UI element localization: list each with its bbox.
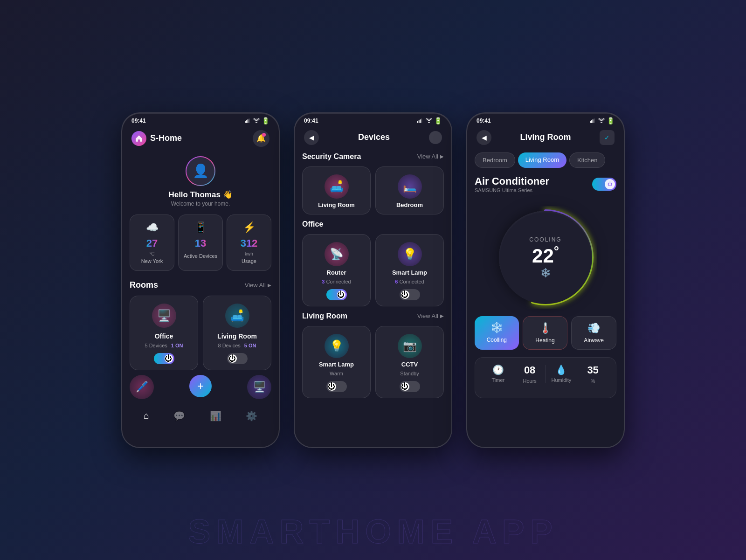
status-bar-1: 09:41 🔋 [122, 113, 279, 126]
device-cctv[interactable]: 📷 CCTV Standby ⏻ [375, 326, 444, 398]
usage-unit: kwh [245, 251, 253, 256]
view-all-living[interactable]: View All [417, 312, 444, 319]
app-logo-icon [131, 131, 146, 146]
dots-menu-2[interactable] [429, 131, 442, 144]
profile-section: 👤 Hello Thomas 👋 Welcome to your home. [122, 152, 279, 214]
living-room-info: 8 Devices 5 ON [218, 343, 256, 348]
time-3: 09:41 [477, 118, 491, 124]
status-icons-1: 🔋 [245, 117, 269, 124]
router-toggle[interactable]: ⏻ [326, 289, 347, 300]
office-toggle[interactable]: ⏻ [154, 353, 174, 364]
battery-icon: 🔋 [262, 117, 269, 124]
cooling-mode-button[interactable]: ❄️ Coolling [475, 316, 519, 350]
devices-page-title: Devices [358, 132, 390, 142]
ac-power-toggle[interactable]: ⏻ [592, 178, 616, 191]
phone-2: 09:41 🔋 ◀ Devices Security Camera View A… [294, 112, 452, 448]
cctv-name: CCTV [401, 361, 418, 368]
living-room-icon: 🛋️ [225, 304, 249, 328]
bottom-nav: ⌂ 💬 📊 ⚙️ [122, 405, 279, 431]
extra-icon-2[interactable]: 🖥️ [247, 375, 271, 399]
p3-header: ◀ Living Room ✓ [467, 126, 624, 152]
svg-rect-7 [421, 118, 422, 123]
nav-stats[interactable]: 📊 [210, 410, 221, 422]
humidity-item: 💧 Humidity [546, 358, 577, 390]
ac-toggle-knob: ⏻ [605, 179, 615, 189]
view-all-security[interactable]: View All [417, 153, 444, 160]
nav-home[interactable]: ⌂ [144, 410, 149, 421]
mode-buttons: ❄️ Coolling 🌡️ Heating 💨 Airwave [467, 316, 624, 357]
app-name: S-Home [150, 133, 182, 143]
wifi-icon [253, 118, 260, 123]
room-office[interactable]: 🖥️ Office 5 Devices 1 ON ⏻ [130, 296, 198, 370]
view-all-rooms[interactable]: View All [245, 282, 271, 289]
cctv-toggle-knob: ⏻ [401, 382, 409, 391]
office-section-header: Office [302, 220, 444, 228]
signal-icon-2 [417, 118, 424, 123]
battery-icon-2: 🔋 [434, 117, 442, 124]
router-toggle-knob: ⏻ [337, 290, 345, 299]
back-button-3[interactable]: ◀ [477, 130, 491, 145]
living-toggle[interactable]: ⏻ [227, 353, 248, 364]
cctv-toggle[interactable]: ⏻ [400, 381, 420, 392]
office-name: Office [155, 332, 173, 340]
living-toggle-knob: ⏻ [228, 354, 237, 363]
svg-rect-6 [420, 119, 421, 123]
status-bar-2: 09:41 🔋 [295, 113, 451, 126]
check-button[interactable]: ✓ [600, 130, 615, 145]
bedroom-camera-icon: 🛏️ [398, 174, 422, 199]
cooling-label-btn: Coolling [487, 337, 507, 343]
device-bedroom-camera[interactable]: 🛏️ Bedroom [375, 166, 444, 214]
svg-rect-9 [591, 120, 592, 123]
heating-mode-button[interactable]: 🌡️ Heating [523, 316, 568, 350]
device-smart-lamp-living[interactable]: 💡 Smart Lamp Warm ⏻ [302, 326, 371, 398]
messages-nav-icon: 💬 [173, 410, 185, 422]
tab-bedroom[interactable]: Bedroom [475, 152, 515, 168]
svg-rect-5 [419, 120, 420, 123]
wifi-icon-3 [598, 118, 605, 123]
hours-value: 08 [524, 364, 535, 376]
usage-value: 312 [241, 237, 258, 249]
smart-lamp-office-toggle-knob: ⏻ [401, 290, 409, 299]
phone-1: 09:41 🔋 S-Home 🔔 👤 [121, 112, 280, 448]
nav-settings[interactable]: ⚙️ [246, 410, 257, 422]
office-devices: 5 Devices [145, 343, 167, 348]
energy-icon: ⚡ [243, 221, 256, 234]
ac-title: Air Conditioner [475, 175, 549, 187]
room-living[interactable]: 🛋️ Living Room 8 Devices 5 ON ⏻ [203, 296, 271, 370]
cctv-icon: 📷 [398, 334, 422, 358]
smart-lamp-office-icon: 💡 [398, 242, 422, 266]
ac-header: Air Conditioner SAMSUNG Ultima Series ⏻ [475, 175, 616, 193]
nav-messages[interactable]: 💬 [173, 410, 185, 422]
back-button-2[interactable]: ◀ [304, 130, 319, 145]
svg-rect-0 [245, 121, 246, 123]
smart-lamp-office-toggle[interactable]: ⏻ [400, 289, 420, 300]
svg-rect-2 [248, 119, 249, 123]
usage-label: Usage [242, 258, 256, 264]
tab-kitchen[interactable]: Kitchen [569, 152, 605, 168]
room-title: Living Room [520, 132, 571, 142]
living-room-camera-icon: 🛋️ [325, 174, 349, 199]
device-smart-lamp-office[interactable]: 💡 Smart Lamp 6 Connected ⏻ [375, 234, 444, 306]
humidity-label: Humidity [551, 377, 571, 383]
svg-rect-11 [594, 118, 594, 123]
subtitle-text: Welcome to your home. [171, 200, 230, 207]
router-icon: 📡 [325, 242, 349, 266]
settings-nav-icon: ⚙️ [246, 410, 257, 422]
cctv-status: Standby [400, 371, 419, 376]
humidity-unit: % [591, 378, 595, 384]
tab-living-room[interactable]: Living Room [518, 152, 566, 168]
smart-lamp-living-toggle[interactable]: ⏻ [326, 381, 347, 392]
add-button[interactable]: + [189, 375, 212, 397]
extra-icon-1[interactable]: 🖊️ [130, 375, 154, 399]
device-living-room-camera[interactable]: 🛋️ Living Room [302, 166, 371, 214]
stat-usage: ⚡ 312 kwh Usage [227, 214, 271, 271]
heating-label-btn: Heating [535, 337, 554, 344]
security-section-header: Security Camera View All [302, 152, 444, 161]
notification-button[interactable]: 🔔 [253, 130, 269, 147]
device-router[interactable]: 📡 Router 3 Connected ⏻ [302, 234, 371, 306]
cooling-icon: ❄️ [490, 322, 503, 334]
thermostat[interactable]: COOLING 22° ❄️ [494, 206, 597, 309]
rooms-title: Rooms [130, 280, 158, 290]
avatar-image: 👤 [186, 157, 214, 185]
airwave-mode-button[interactable]: 💨 Airwave [571, 316, 616, 350]
